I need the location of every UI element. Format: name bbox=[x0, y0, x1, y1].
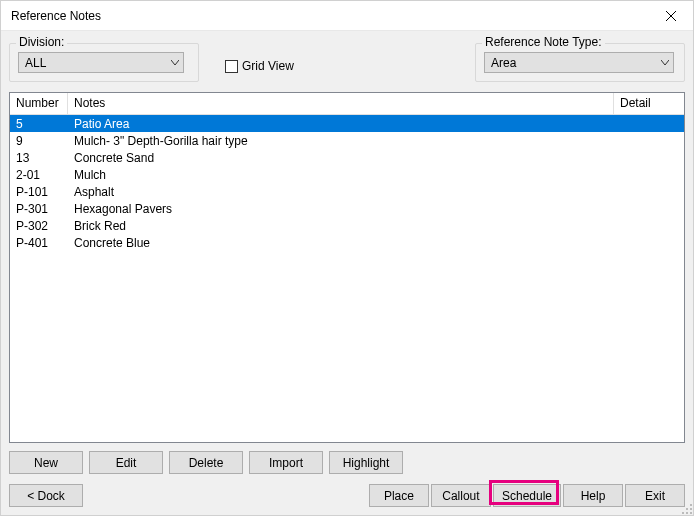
table-body: 5Patio Area9Mulch- 3" Depth-Gorilla hair… bbox=[10, 115, 684, 442]
cell-notes: Concrete Sand bbox=[68, 151, 614, 165]
cell-number: P-301 bbox=[10, 202, 68, 216]
callout-button[interactable]: Callout bbox=[431, 484, 491, 507]
help-button[interactable]: Help bbox=[563, 484, 623, 507]
grid-view-label: Grid View bbox=[242, 59, 294, 73]
cell-notes: Patio Area bbox=[68, 117, 614, 131]
bottom-buttons: < Dock Place Callout Schedule Help Exit bbox=[9, 484, 685, 507]
division-value: ALL bbox=[25, 56, 46, 70]
table-row[interactable]: P-401Concrete Blue bbox=[10, 234, 684, 251]
window-title: Reference Notes bbox=[11, 9, 649, 23]
reference-type-label: Reference Note Type: bbox=[482, 35, 605, 49]
table-row[interactable]: 9Mulch- 3" Depth-Gorilla hair type bbox=[10, 132, 684, 149]
resize-grip[interactable] bbox=[679, 501, 693, 515]
table-row[interactable]: 2-01Mulch bbox=[10, 166, 684, 183]
cell-number: 5 bbox=[10, 117, 68, 131]
table-row[interactable]: P-301Hexagonal Pavers bbox=[10, 200, 684, 217]
chevron-down-icon bbox=[661, 60, 669, 66]
table-row[interactable]: 5Patio Area bbox=[10, 115, 684, 132]
action-buttons: New Edit Delete Import Highlight bbox=[9, 451, 685, 474]
svg-point-2 bbox=[690, 504, 692, 506]
client-area: Division: ALL Grid View Reference Note T… bbox=[1, 31, 693, 515]
svg-point-4 bbox=[690, 508, 692, 510]
window: Reference Notes Division: ALL Grid bbox=[0, 0, 694, 516]
delete-button[interactable]: Delete bbox=[169, 451, 243, 474]
table-header: Number Notes Detail bbox=[10, 93, 684, 115]
dock-button[interactable]: < Dock bbox=[9, 484, 83, 507]
cell-number: 13 bbox=[10, 151, 68, 165]
table-row[interactable]: P-101Asphalt bbox=[10, 183, 684, 200]
cell-number: 9 bbox=[10, 134, 68, 148]
division-select[interactable]: ALL bbox=[18, 52, 184, 73]
top-controls: Division: ALL Grid View Reference Note T… bbox=[9, 37, 685, 82]
division-label: Division: bbox=[16, 35, 67, 49]
cell-notes: Asphalt bbox=[68, 185, 614, 199]
col-notes[interactable]: Notes bbox=[68, 93, 614, 114]
col-number[interactable]: Number bbox=[10, 93, 68, 114]
grid-view-checkbox[interactable]: Grid View bbox=[225, 59, 294, 73]
reference-type-value: Area bbox=[491, 56, 516, 70]
chevron-down-icon bbox=[171, 60, 179, 66]
new-button[interactable]: New bbox=[9, 451, 83, 474]
edit-button[interactable]: Edit bbox=[89, 451, 163, 474]
table-row[interactable]: 13Concrete Sand bbox=[10, 149, 684, 166]
cell-number: 2-01 bbox=[10, 168, 68, 182]
division-group: Division: ALL bbox=[9, 43, 199, 82]
import-button[interactable]: Import bbox=[249, 451, 323, 474]
col-detail[interactable]: Detail bbox=[614, 93, 684, 114]
svg-point-5 bbox=[682, 512, 684, 514]
notes-table: Number Notes Detail 5Patio Area9Mulch- 3… bbox=[9, 92, 685, 443]
reference-type-group: Reference Note Type: Area bbox=[475, 43, 685, 82]
cell-number: P-302 bbox=[10, 219, 68, 233]
cell-notes: Hexagonal Pavers bbox=[68, 202, 614, 216]
close-icon bbox=[666, 11, 676, 21]
reference-type-select[interactable]: Area bbox=[484, 52, 674, 73]
cell-number: P-101 bbox=[10, 185, 68, 199]
cell-notes: Mulch- 3" Depth-Gorilla hair type bbox=[68, 134, 614, 148]
cell-notes: Brick Red bbox=[68, 219, 614, 233]
table-row[interactable]: P-302Brick Red bbox=[10, 217, 684, 234]
svg-point-3 bbox=[686, 508, 688, 510]
highlight-button[interactable]: Highlight bbox=[329, 451, 403, 474]
close-button[interactable] bbox=[649, 1, 693, 31]
svg-point-6 bbox=[686, 512, 688, 514]
cell-notes: Mulch bbox=[68, 168, 614, 182]
cell-number: P-401 bbox=[10, 236, 68, 250]
checkbox-icon bbox=[225, 60, 238, 73]
cell-notes: Concrete Blue bbox=[68, 236, 614, 250]
titlebar: Reference Notes bbox=[1, 1, 693, 31]
schedule-button[interactable]: Schedule bbox=[493, 484, 561, 507]
svg-point-7 bbox=[690, 512, 692, 514]
place-button[interactable]: Place bbox=[369, 484, 429, 507]
exit-button[interactable]: Exit bbox=[625, 484, 685, 507]
